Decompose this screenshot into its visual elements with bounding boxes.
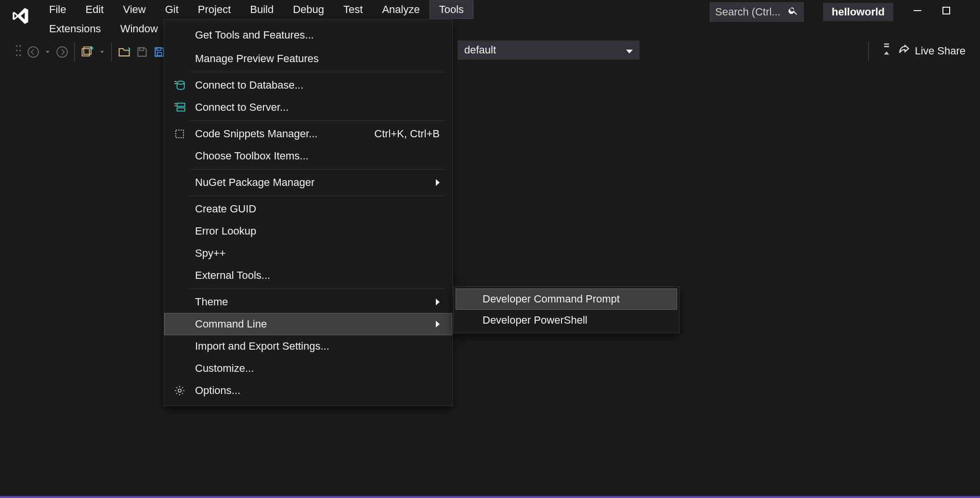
menu-item-label: Theme: [195, 296, 436, 308]
menu-edit[interactable]: Edit: [76, 0, 113, 19]
toolbar-separator: [868, 41, 869, 61]
menu-item-label: Command Line: [195, 318, 436, 330]
svg-point-5: [19, 50, 21, 52]
menu-connect-server[interactable]: Connect to Server...: [164, 96, 452, 118]
command-line-submenu: Developer Command Prompt Developer Power…: [453, 286, 679, 333]
server-icon: [164, 101, 195, 114]
menu-item-label: Spy++: [195, 247, 440, 260]
menu-item-label: External Tools...: [195, 269, 440, 282]
submenu-arrow-icon: [436, 176, 440, 189]
config-dropdown[interactable]: default: [457, 40, 640, 60]
submenu-developer-powershell[interactable]: Developer PowerShell: [454, 310, 679, 331]
new-project-button[interactable]: [80, 45, 94, 59]
gear-icon: [164, 385, 195, 396]
menu-item-label: Connect to Database...: [195, 79, 440, 92]
chevron-down-icon: [626, 44, 633, 56]
menu-tools[interactable]: Tools: [430, 0, 473, 19]
new-project-dropdown[interactable]: [100, 51, 104, 53]
grip-icon: [15, 44, 22, 60]
nav-forward-button[interactable]: [56, 46, 68, 58]
live-share-label: Live Share: [915, 45, 966, 57]
menu-item-label: Developer Command Prompt: [483, 293, 620, 305]
menu-theme[interactable]: Theme: [164, 291, 452, 313]
submenu-arrow-icon: [436, 296, 440, 308]
menu-debug[interactable]: Debug: [283, 0, 334, 19]
svg-point-7: [19, 54, 21, 56]
status-bar-accent: [0, 496, 980, 498]
title-controls: Search (Ctrl... helloworld: [710, 0, 980, 24]
submenu-arrow-icon: [436, 318, 440, 330]
menu-item-label: Manage Preview Features: [195, 52, 440, 65]
menu-item-label: Customize...: [195, 362, 440, 375]
menu-item-label: Import and Export Settings...: [195, 340, 440, 353]
svg-point-8: [28, 47, 39, 57]
svg-rect-1: [943, 7, 950, 14]
menu-git[interactable]: Git: [156, 0, 188, 19]
config-dropdown-label: default: [464, 44, 496, 56]
minimize-button[interactable]: [913, 6, 922, 18]
menu-item-label: Error Lookup: [195, 225, 440, 237]
solution-name: helloworld: [823, 3, 893, 21]
menu-item-label: Developer PowerShell: [483, 314, 588, 327]
menu-import-export[interactable]: Import and Export Settings...: [164, 335, 452, 357]
menu-separator: [189, 288, 445, 289]
menu-options[interactable]: Options...: [164, 380, 452, 402]
menu-separator: [189, 169, 445, 170]
nav-back-dropdown[interactable]: [46, 51, 50, 53]
toolbar-group-file: [112, 42, 171, 62]
visual-studio-icon: [12, 7, 30, 28]
menu-project[interactable]: Project: [188, 0, 240, 19]
menu-choose-toolbox[interactable]: Choose Toolbox Items...: [164, 145, 452, 167]
menu-customize[interactable]: Customize...: [164, 357, 452, 380]
menu-code-snippets[interactable]: Code Snippets Manager... Ctrl+K, Ctrl+B: [164, 123, 452, 145]
open-file-button[interactable]: [118, 45, 131, 59]
live-share-button[interactable]: Live Share: [898, 43, 966, 59]
menu-get-tools[interactable]: Get Tools and Features...: [164, 23, 452, 48]
overflow-icon[interactable]: [882, 43, 891, 59]
menu-item-label: Create GUID: [195, 203, 440, 215]
live-share-area: Live Share: [862, 41, 966, 61]
menu-separator: [189, 72, 445, 72]
search-placeholder: Search (Ctrl...: [715, 6, 785, 18]
menu-item-label: Code Snippets Manager...: [195, 128, 374, 140]
menu-command-line[interactable]: Command Line: [164, 313, 452, 335]
menu-item-label: Choose Toolbox Items...: [195, 150, 440, 162]
svg-rect-17: [177, 108, 185, 111]
menu-manage-preview[interactable]: Manage Preview Features: [164, 48, 452, 70]
menu-external-tools[interactable]: External Tools...: [164, 264, 452, 287]
nav-back-button[interactable]: [27, 46, 39, 58]
toolbar-group-drag: [10, 42, 75, 62]
menu-spy[interactable]: Spy++: [164, 242, 452, 264]
menu-file[interactable]: File: [39, 0, 76, 19]
search-input[interactable]: Search (Ctrl...: [710, 2, 804, 22]
menu-window[interactable]: Window: [111, 20, 168, 38]
menu-extensions[interactable]: Extensions: [39, 20, 111, 38]
svg-point-19: [178, 389, 181, 392]
menu-test[interactable]: Test: [334, 0, 372, 19]
svg-point-9: [57, 47, 67, 57]
search-icon: [788, 5, 798, 19]
menu-analyze[interactable]: Analyze: [372, 0, 429, 19]
svg-point-4: [16, 50, 18, 52]
svg-rect-14: [157, 52, 162, 56]
database-icon: [164, 79, 195, 92]
menu-connect-database[interactable]: Connect to Database...: [164, 74, 452, 96]
svg-point-6: [16, 54, 18, 56]
menu-row-1: File Edit View Git Project Build Debug T…: [39, 0, 473, 19]
submenu-developer-cmd[interactable]: Developer Command Prompt: [456, 288, 677, 310]
menu-item-label: Options...: [195, 384, 440, 397]
menu-error-lookup[interactable]: Error Lookup: [164, 220, 452, 242]
menu-nuget[interactable]: NuGet Package Manager: [164, 171, 452, 194]
svg-rect-18: [176, 130, 183, 138]
share-icon: [898, 43, 910, 59]
menubar: File Edit View Git Project Build Debug T…: [0, 0, 980, 39]
menu-create-guid[interactable]: Create GUID: [164, 198, 452, 220]
menu-view[interactable]: View: [113, 0, 155, 19]
svg-point-3: [19, 45, 21, 47]
menu-item-shortcut: Ctrl+K, Ctrl+B: [374, 128, 440, 140]
menu-build[interactable]: Build: [240, 0, 283, 19]
save-button[interactable]: [136, 46, 148, 58]
maximize-button[interactable]: [941, 6, 951, 18]
menu-item-label: Get Tools and Features...: [195, 29, 440, 41]
svg-rect-10: [82, 49, 90, 56]
